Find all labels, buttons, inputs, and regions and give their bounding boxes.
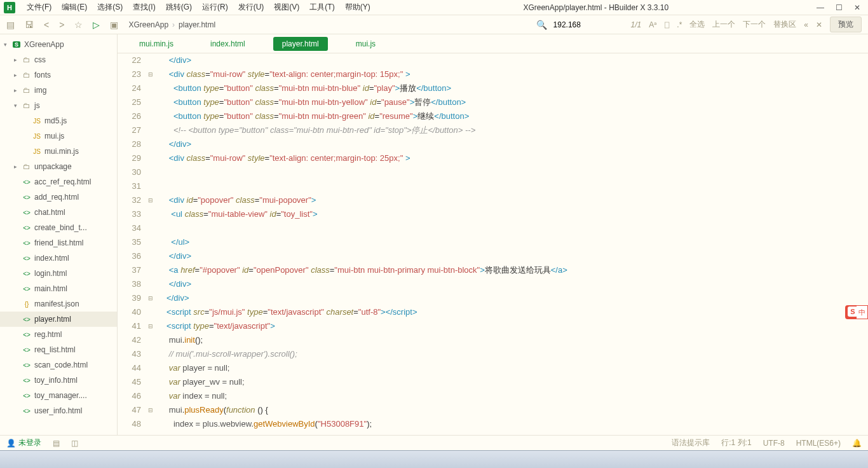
tree-item[interactable]: JSmui.min.js	[0, 144, 117, 159]
maximize-button[interactable]: ☐	[836, 3, 843, 12]
menu-item[interactable]: 查找(I)	[128, 2, 160, 13]
tree-item-active[interactable]: <>player.html	[0, 312, 117, 327]
select-all-link[interactable]: 全选	[689, 19, 705, 30]
tree-item[interactable]: ▾SXGreenApp	[0, 37, 117, 52]
tree-item[interactable]: <>reg.html	[0, 327, 117, 342]
tree-item[interactable]: <>acc_ref_req.html	[0, 174, 117, 189]
breadcrumb-file[interactable]: player.html	[179, 20, 215, 29]
publish-icon[interactable]: ▣	[110, 20, 118, 30]
menu-item[interactable]: 发行(U)	[233, 2, 269, 13]
editor-tabs: mui.min.jsindex.htmlplayer.htmlmui.js	[118, 34, 868, 53]
user-status[interactable]: 👤 未登录	[6, 437, 41, 448]
save-icon[interactable]: 🖫	[25, 20, 34, 30]
menu-item[interactable]: 运行(R)	[197, 2, 233, 13]
case-icon[interactable]: Aᵃ	[649, 20, 657, 29]
chevron-right-icon: ›	[172, 20, 175, 29]
encoding[interactable]: UTF-8	[763, 439, 785, 448]
tree-item[interactable]: <>req_list.html	[0, 342, 117, 357]
editor-tab[interactable]: player.html	[273, 37, 328, 51]
ime-lang-icon[interactable]: 中	[857, 305, 868, 319]
replace-link[interactable]: 替换区	[773, 19, 796, 30]
tree-item[interactable]: ▸🗀img	[0, 83, 117, 98]
prev-link[interactable]: 上一个	[712, 19, 735, 30]
language-mode[interactable]: HTML(ES6+)	[796, 439, 841, 448]
statusbar: 👤 未登录 ▤ ◫ 语法提示库 行:1 列:1 UTF-8 HTML(ES6+)…	[0, 435, 868, 450]
window-title: XGreenApp/player.html - HBuilder X 3.3.1…	[376, 3, 817, 12]
tree-item[interactable]: ▾🗀js	[0, 98, 117, 113]
app-logo: H	[4, 2, 15, 13]
tree-item[interactable]: ▸🗀unpackage	[0, 159, 117, 174]
tree-item[interactable]: <>main.html	[0, 281, 117, 296]
tree-item[interactable]: <>friend_list.html	[0, 235, 117, 251]
new-file-icon[interactable]: ▤	[6, 20, 15, 30]
os-taskbar[interactable]	[0, 450, 868, 468]
tree-item[interactable]: ▸🗀css	[0, 52, 117, 67]
tree-item[interactable]: <>index.html	[0, 251, 117, 266]
close-search-icon[interactable]: ✕	[816, 20, 822, 29]
search-icon[interactable]: 🔍	[536, 20, 547, 30]
editor-tab[interactable]: mui.js	[347, 37, 384, 51]
search-matches: 1/1	[631, 20, 642, 29]
tree-item[interactable]: <>add_req.html	[0, 189, 117, 205]
tree-item[interactable]: <>create_bind_t...	[0, 220, 117, 235]
word-icon[interactable]: ⎕	[665, 20, 669, 29]
back-icon[interactable]: <	[44, 20, 49, 30]
breadcrumb: XGreenApp › player.html	[128, 20, 215, 29]
tree-item[interactable]: <>toy_info.html	[0, 373, 117, 388]
regex-icon[interactable]: .*	[677, 20, 682, 29]
panel-icon[interactable]: ◫	[71, 439, 78, 448]
next-link[interactable]: 下一个	[743, 19, 766, 30]
tree-item[interactable]: JSmd5.js	[0, 113, 117, 128]
project-tree[interactable]: ▾SXGreenApp▸🗀css▸🗀fonts▸🗀img▾🗀jsJSmd5.js…	[0, 34, 118, 435]
syntax-hint[interactable]: 语法提示库	[672, 437, 710, 448]
tree-item[interactable]: <>scan_code.html	[0, 357, 117, 373]
tree-item[interactable]: <>login.html	[0, 266, 117, 281]
search-input[interactable]	[551, 19, 608, 31]
menu-item[interactable]: 帮助(Y)	[340, 2, 376, 13]
star-icon[interactable]: ☆	[74, 20, 83, 30]
terminal-icon[interactable]: ▤	[53, 439, 60, 448]
close-button[interactable]: ✕	[854, 3, 860, 12]
tree-item[interactable]: <>user_info.html	[0, 403, 117, 418]
bell-icon[interactable]: 🔔	[852, 439, 862, 448]
preview-button[interactable]: 预览	[830, 17, 862, 32]
tree-item[interactable]: {}manifest.json	[0, 296, 117, 312]
editor-tab[interactable]: mui.min.js	[130, 37, 182, 51]
tree-item[interactable]: <>chat.html	[0, 205, 117, 220]
menubar: H 文件(F)编辑(E)选择(S)查找(I)跳转(G)运行(R)发行(U)视图(…	[0, 0, 868, 15]
tree-item[interactable]: ▸🗀fonts	[0, 67, 117, 83]
menu-item[interactable]: 工具(T)	[304, 2, 339, 13]
cursor-position: 行:1 列:1	[721, 437, 751, 448]
tree-item[interactable]: <>toy_manager....	[0, 388, 117, 403]
menu-item[interactable]: 文件(F)	[22, 2, 57, 13]
toolbar: ▤ 🖫 < > ☆ ▷ ▣ XGreenApp › player.html 🔍 …	[0, 15, 868, 34]
double-chevron-icon[interactable]: «	[804, 20, 808, 29]
forward-icon[interactable]: >	[59, 20, 64, 30]
menu-item[interactable]: 跳转(G)	[161, 2, 197, 13]
run-icon[interactable]: ▷	[93, 20, 100, 30]
menu-item[interactable]: 视图(V)	[269, 2, 304, 13]
menu-item[interactable]: 选择(S)	[92, 2, 128, 13]
code-editor[interactable]: 2223242526272829303132333435363738394041…	[118, 53, 868, 435]
editor-tab[interactable]: index.html	[201, 37, 254, 51]
tree-item[interactable]: JSmui.js	[0, 128, 117, 144]
menu-item[interactable]: 编辑(E)	[57, 2, 92, 13]
breadcrumb-project[interactable]: XGreenApp	[128, 20, 168, 29]
minimize-button[interactable]: —	[817, 3, 824, 12]
